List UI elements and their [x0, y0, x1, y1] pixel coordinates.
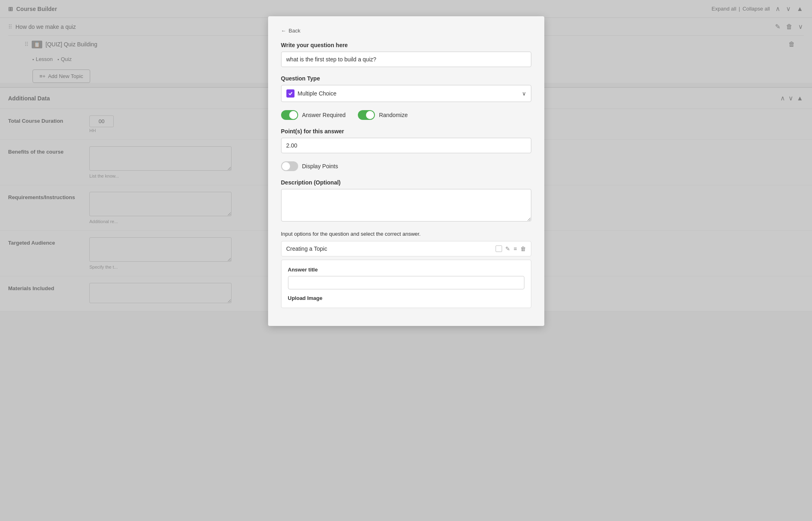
option-1-delete-icon[interactable]: 🗑 — [520, 245, 526, 252]
description-textarea[interactable] — [281, 189, 531, 221]
write-question-label: Write your question here — [281, 42, 531, 48]
randomize-toggle-item: Randomize — [358, 110, 408, 120]
answer-required-label: Answer Required — [302, 112, 346, 118]
chevron-down-icon: ∨ — [522, 90, 526, 97]
answer-expanded-section: Answer title Upload Image — [281, 260, 531, 308]
answer-required-toggle-item: Answer Required — [281, 110, 346, 120]
points-input[interactable] — [281, 138, 531, 153]
randomize-label: Randomize — [379, 112, 408, 118]
display-points-label: Display Points — [302, 163, 338, 169]
points-label: Point(s) for this answer — [281, 128, 531, 135]
question-type-select[interactable]: Multiple Choice ∨ — [281, 85, 531, 102]
option-1-lines-icon[interactable]: ≡ — [513, 245, 517, 252]
option-1-row: Creating a Topic ✎ ≡ 🗑 — [281, 241, 531, 256]
option-1-edit-icon[interactable]: ✎ — [505, 245, 510, 252]
option-1-text: Creating a Topic — [286, 245, 496, 252]
display-points-toggle[interactable] — [281, 161, 298, 171]
answer-required-toggle[interactable] — [281, 110, 298, 120]
description-label: Description (Optional) — [281, 179, 531, 186]
back-link[interactable]: ← Back — [281, 28, 531, 34]
back-label: Back — [289, 28, 301, 34]
upload-image-label: Upload Image — [288, 295, 524, 301]
multiple-choice-icon — [286, 89, 294, 98]
options-label: Input options for the question and selec… — [281, 231, 531, 237]
randomize-toggle[interactable] — [358, 110, 375, 120]
question-input[interactable] — [281, 52, 531, 67]
question-type-value: Multiple Choice — [298, 90, 337, 97]
modal-container: ← Back Write your question here Question… — [268, 16, 544, 326]
option-1-checkbox[interactable] — [496, 245, 502, 252]
modal-overlay: ← Back Write your question here Question… — [0, 0, 812, 521]
back-arrow-icon: ← — [281, 28, 286, 34]
answer-title-input[interactable] — [288, 276, 524, 289]
answer-title-label: Answer title — [288, 267, 524, 273]
question-type-label: Question Type — [281, 75, 531, 82]
